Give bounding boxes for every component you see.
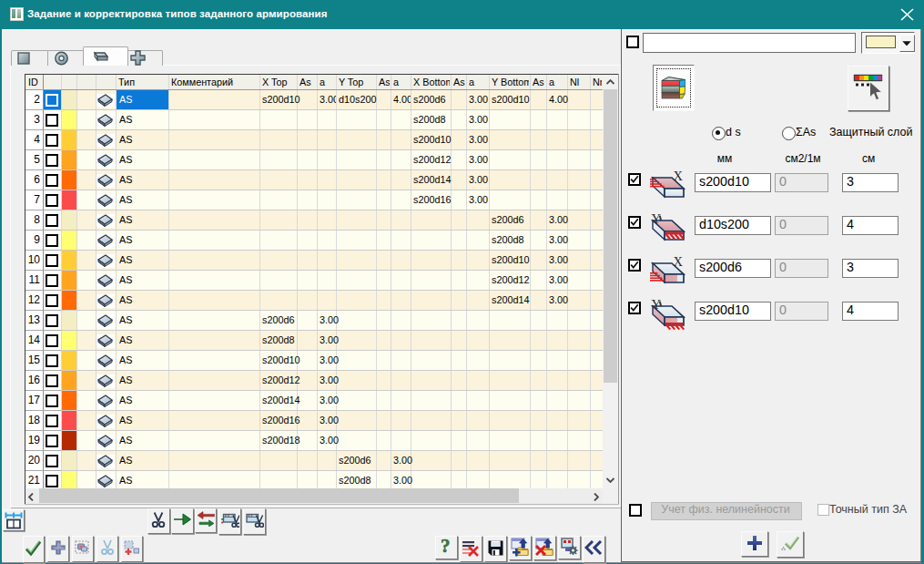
svg-text:Y: Y	[652, 212, 662, 226]
svg-text:Y: Y	[652, 298, 662, 312]
svg-text:?: ?	[441, 537, 451, 556]
svg-text:X: X	[674, 255, 684, 269]
svg-text:X: X	[674, 169, 684, 183]
